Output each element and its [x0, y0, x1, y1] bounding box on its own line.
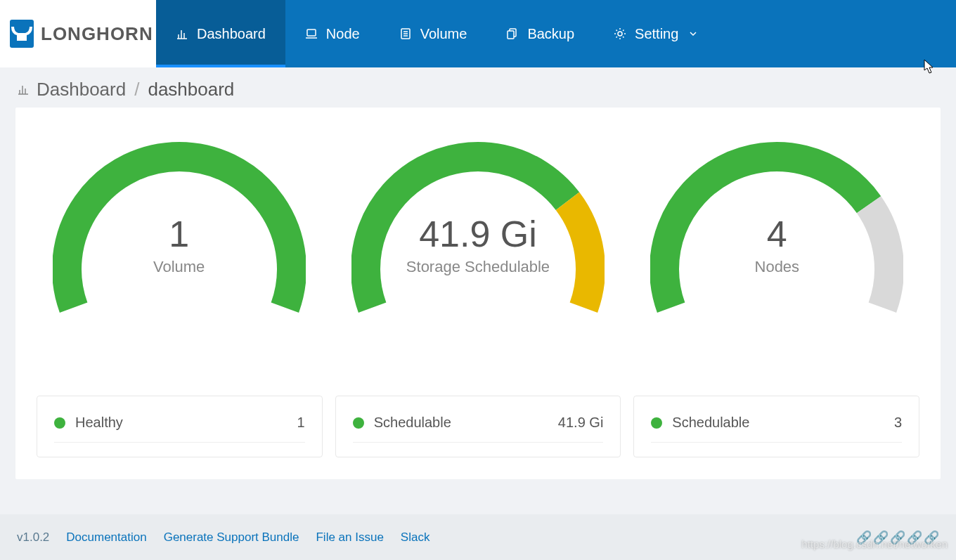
nav-label: Setting [635, 26, 678, 42]
gauge-label: Volume [153, 258, 205, 276]
gauge-value: 1 [169, 213, 189, 255]
gauges-row: 1 Volume 41.9 Gi Storage Schedulable 4 N… [15, 108, 941, 396]
gauge-volume: 1 Volume [30, 136, 328, 375]
breadcrumb-leaf: dashboard [148, 79, 234, 100]
stat-label: Healthy [75, 415, 297, 431]
breadcrumb-sep: / [134, 79, 139, 100]
barchart-icon [176, 27, 188, 40]
stat-row-item: Healthy 1 [54, 410, 305, 435]
gauge-arc: 1 Volume [53, 136, 306, 375]
main-nav: Dashboard Node Volume B [156, 0, 718, 67]
nav-node[interactable]: Node [285, 0, 380, 67]
svg-point-12 [618, 32, 622, 36]
divider [353, 442, 604, 443]
gear-icon [614, 27, 626, 40]
stat-value: 41.9 Gi [558, 415, 603, 431]
link-icon: 🔗 [856, 530, 872, 545]
stat-row-item: Schedulable 41.9 Gi [353, 410, 604, 435]
gauge-arc: 4 Nodes [650, 136, 903, 375]
logo[interactable]: LONGHORN [0, 0, 156, 67]
stat-label: Schedulable [672, 415, 894, 431]
stat-value: 3 [894, 415, 902, 431]
gauge-label: Storage Schedulable [406, 258, 550, 276]
status-dot-icon [651, 417, 662, 429]
status-dot-icon [353, 417, 364, 429]
nav-label: Backup [527, 26, 574, 42]
divider [54, 442, 305, 443]
status-dot-icon [54, 417, 65, 429]
nav-volume[interactable]: Volume [380, 0, 487, 67]
breadcrumb-root[interactable]: Dashboard [37, 79, 126, 100]
laptop-icon [305, 27, 318, 40]
gauge-arc: 41.9 Gi Storage Schedulable [351, 136, 605, 375]
list-icon [399, 27, 412, 40]
svg-rect-11 [508, 31, 514, 39]
version-label: v1.0.2 [17, 530, 49, 545]
gauge-value: 4 [767, 213, 787, 255]
longhorn-logo-icon [10, 20, 34, 48]
logo-text: LONGHORN [41, 23, 153, 45]
stat-card: Healthy 1 [37, 396, 323, 457]
footer-link-slack[interactable]: Slack [401, 530, 430, 545]
nav-setting[interactable]: Setting [594, 0, 718, 67]
stat-cards-row: Healthy 1 Schedulable 41.9 Gi Schedulabl… [15, 396, 941, 471]
svg-rect-4 [307, 30, 316, 36]
nav-label: Node [326, 26, 360, 42]
link-icon: 🔗 [924, 530, 939, 545]
nav-backup[interactable]: Backup [486, 0, 594, 67]
gauge-label: Nodes [755, 258, 800, 276]
footer-link-file-issue[interactable]: File an Issue [316, 530, 383, 545]
gauge-value: 41.9 Gi [419, 213, 537, 255]
breadcrumb: Dashboard / dashboard [0, 67, 956, 108]
nav-dashboard[interactable]: Dashboard [156, 0, 285, 67]
main-header: LONGHORN Dashboard Node [0, 0, 956, 67]
footer: v1.0.2 Documentation Generate Support Bu… [0, 514, 956, 560]
link-icon: 🔗 [890, 530, 905, 545]
stat-label: Schedulable [374, 415, 558, 431]
stat-row-item: Schedulable 3 [651, 410, 902, 435]
link-icon: 🔗 [873, 530, 889, 545]
barchart-icon [17, 79, 30, 100]
gauge-storage-schedulable: 41.9 Gi Storage Schedulable [328, 136, 627, 375]
footer-link-documentation[interactable]: Documentation [66, 530, 146, 545]
link-icon: 🔗 [907, 530, 922, 545]
divider [651, 442, 902, 443]
nav-label: Volume [420, 26, 467, 42]
chevron-down-icon [688, 26, 698, 42]
stat-card: Schedulable 41.9 Gi [335, 396, 621, 457]
dashboard-content: 1 Volume 41.9 Gi Storage Schedulable 4 N… [15, 108, 941, 479]
gauge-nodes: 4 Nodes [628, 136, 926, 375]
footer-right: 🔗 🔗 🔗 🔗 🔗 [856, 530, 939, 545]
nav-label: Dashboard [197, 26, 266, 42]
link-icons: 🔗 🔗 🔗 🔗 🔗 [856, 530, 939, 545]
stat-value: 1 [297, 415, 305, 431]
footer-link-support-bundle[interactable]: Generate Support Bundle [164, 530, 299, 545]
stat-card: Schedulable 3 [633, 396, 919, 457]
copy-icon [506, 27, 519, 40]
